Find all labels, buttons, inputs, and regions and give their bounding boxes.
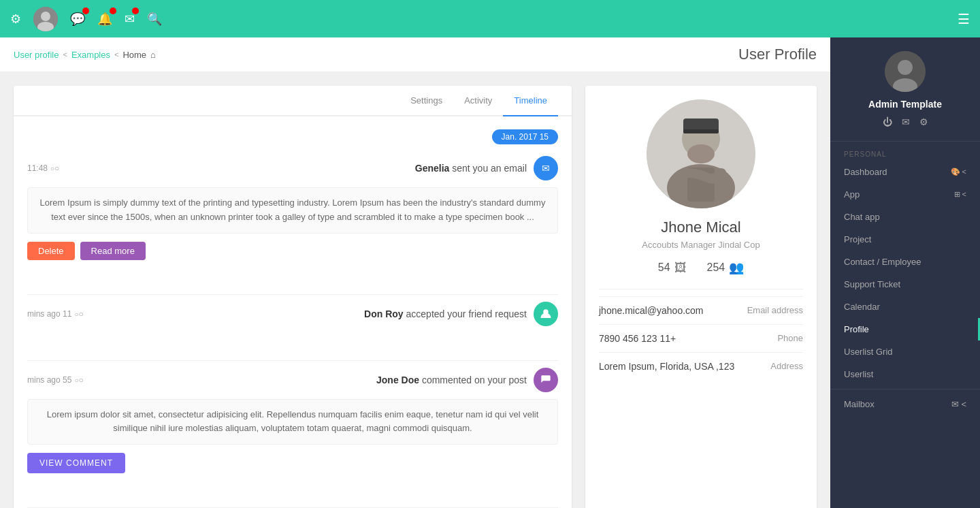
power-icon[interactable]: ⏻ [883, 116, 892, 127]
sidebar-item-profile[interactable]: Profile [830, 318, 980, 340]
personal-section-label: PERSONAL [830, 145, 980, 161]
right-sidebar: ☰ Admin Template ⏻ ✉ ⚙ PERSONAL Dashboar… [830, 0, 980, 508]
sidebar-item-mailbox[interactable]: Mailbox ✉ < [830, 393, 980, 415]
item-3-body: Lorem ipsum dolor sit amet, consectetur … [27, 399, 558, 445]
timeline-body: Jan. 2017 15 11:48 ○ Genelia sent you an… [14, 116, 572, 508]
photos-stat: 54 🖼 [658, 260, 687, 275]
content-area: Settings Activity Timeline Jan. 2017 15 … [0, 72, 830, 508]
view-comment-button[interactable]: VIEW COMMENT [27, 453, 125, 473]
sidebar-item-project[interactable]: Project [830, 228, 980, 251]
divider-2 [27, 360, 558, 361]
profile-divider [599, 289, 803, 289]
phone-label: Phone [777, 333, 803, 343]
item-1-actions: Delete Read more [27, 242, 558, 260]
brand-section: Admin Template ⏻ ✉ ⚙ [830, 37, 980, 138]
mail-icon[interactable]: ✉ [125, 12, 135, 27]
contact-employee-label: Contact / Employee [844, 257, 921, 267]
sidebar-item-chat-app[interactable]: Chat app [830, 206, 980, 228]
clock-icon-2: ○ [74, 309, 83, 319]
breadcrumb-bar: User profile < Examples < Home ⌂ User Pr… [0, 37, 830, 72]
item-3-header: mins ago 55 ○ Jone Doe commented on your… [27, 368, 558, 392]
user-avatar[interactable] [33, 7, 58, 31]
sidebar-item-calendar[interactable]: Calendar [830, 296, 980, 318]
tab-timeline[interactable]: Timeline [503, 86, 558, 116]
tab-activity[interactable]: Activity [453, 86, 503, 116]
read-more-button[interactable]: Read more [80, 242, 146, 260]
brand-name: Admin Template [868, 99, 942, 110]
divider-1 [27, 294, 558, 295]
support-ticket-label: Support Ticket [844, 279, 900, 289]
timeline-card: Settings Activity Timeline Jan. 2017 15 … [14, 86, 572, 508]
item-1-dot: ✉ [534, 156, 558, 180]
userlist-grid-label: Userlist Grid [844, 347, 893, 357]
app-label: App [844, 189, 860, 200]
clock-icon-3: ○ [74, 375, 83, 385]
address-value: Lorem Ipsum, Florida, USA ,123 [599, 361, 734, 372]
photos-count: 54 [658, 261, 670, 274]
settings-icon[interactable]: ⚙ [919, 116, 928, 127]
mail-small-icon[interactable]: ✉ [902, 116, 910, 127]
page-title: User Profile [738, 46, 817, 63]
phone-value: 7890 456 123 11+ [599, 333, 676, 344]
email-label: Email address [747, 305, 803, 315]
chat-icon[interactable]: 💬 [70, 12, 85, 27]
chat-app-label: Chat app [844, 212, 880, 222]
email-value: jhone.mical@yahoo.com [599, 305, 704, 316]
brand-action-icons: ⏻ ✉ ⚙ [883, 116, 928, 127]
item-3-text: Jone Doe commented on your post [376, 375, 527, 385]
gear-icon[interactable]: ⚙ [10, 12, 21, 27]
profile-photo-svg [647, 99, 755, 208]
profile-title: Accoubts Manager Jindal Cop [599, 240, 803, 250]
hamburger-icon[interactable]: ☰ [958, 11, 970, 27]
svg-rect-11 [683, 129, 719, 133]
sidebar-item-dashboard[interactable]: Dashboard 🎨 < [830, 161, 980, 183]
svg-point-4 [898, 60, 913, 75]
sidebar-item-support-ticket[interactable]: Support Ticket [830, 273, 980, 296]
address-row: Lorem Ipsum, Florida, USA ,123 Address [599, 352, 803, 380]
followers-count: 254 [707, 261, 725, 274]
breadcrumb-sep-2: < [114, 50, 118, 59]
mailbox-label: Mailbox [844, 399, 875, 409]
email-row: jhone.mical@yahoo.com Email address [599, 296, 803, 324]
top-navbar: ⚙ 💬 🔔 ✉ 🔍 ☰ [0, 0, 980, 37]
sidebar-item-userlist-grid[interactable]: Userlist Grid [830, 340, 980, 363]
timeline-item-1: 11:48 ○ Genelia sent you an email ✉ Lore… [27, 156, 558, 287]
timeline-tabs: Settings Activity Timeline [14, 86, 572, 116]
avatar-icon[interactable] [33, 7, 58, 31]
delete-button[interactable]: Delete [27, 242, 75, 260]
mail-badge [132, 7, 139, 14]
svg-point-1 [41, 12, 50, 21]
clock-icon-1: ○ [50, 163, 59, 173]
breadcrumb-user-profile[interactable]: User profile [14, 50, 59, 60]
address-label: Address [770, 361, 803, 371]
item-3-dot [534, 368, 558, 392]
followers-icon: 👥 [729, 260, 744, 275]
sidebar-item-app[interactable]: App ⊞ < [830, 183, 980, 206]
bell-icon[interactable]: 🔔 [97, 12, 112, 27]
item-3-actions: VIEW COMMENT [27, 453, 558, 473]
profile-name: Jhone Mical [599, 219, 803, 236]
search-icon[interactable]: 🔍 [147, 12, 162, 27]
sidebar-item-contact-employee[interactable]: Contact / Employee [830, 251, 980, 273]
calendar-label: Calendar [844, 302, 880, 312]
item-1-header: 11:48 ○ Genelia sent you an email ✉ [27, 156, 558, 180]
breadcrumb-sep-1: < [63, 50, 67, 59]
profile-photo [647, 99, 755, 208]
sidebar-item-userlist[interactable]: Userlist [830, 363, 980, 385]
dashboard-label: Dashboard [844, 167, 887, 177]
item-2-dot [534, 302, 558, 326]
profile-label: Profile [844, 324, 869, 334]
followers-stat: 254 👥 [707, 260, 745, 275]
sidebar-divider [830, 141, 980, 142]
timeline-item-2: mins ago 11 ○ Don Roy accepted your frie… [27, 302, 558, 353]
tab-settings[interactable]: Settings [399, 86, 453, 116]
item-1-text: Genelia sent you an email [415, 163, 527, 174]
item-1-time: 11:48 ○ [27, 163, 59, 173]
phone-row: 7890 456 123 11+ Phone [599, 324, 803, 352]
mailbox-icon: ✉ < [951, 399, 966, 409]
dashboard-chevron: 🎨 < [951, 168, 966, 176]
chat-badge [82, 7, 89, 14]
breadcrumb-examples[interactable]: Examples [71, 50, 110, 60]
photo-icon: 🖼 [674, 261, 687, 275]
bell-badge [110, 7, 116, 14]
